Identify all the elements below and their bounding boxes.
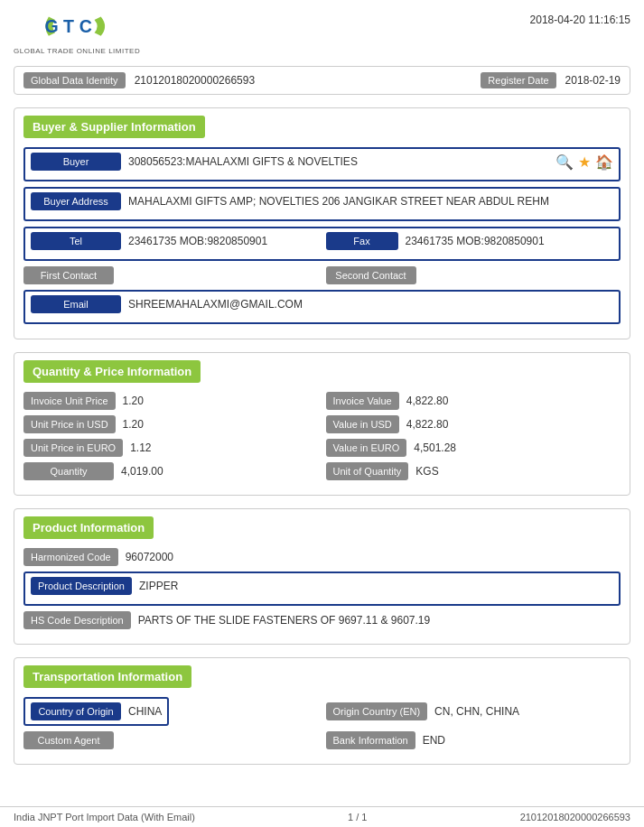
- hs-code-row: HS Code Description PARTS OF THE SLIDE F…: [23, 611, 621, 629]
- invoice-unit-price-value: 1.20: [123, 395, 319, 407]
- page-header: G T C GLOBAL TRADE ONLINE LIMITED 2018-0…: [14, 9, 630, 55]
- unit-price-euro-pair: Unit Price in EURO 1.12: [23, 439, 319, 457]
- origin-row: Country of Origin CHINA Origin Country (…: [23, 697, 621, 726]
- tel-fax-row: Tel 23461735 MOB:9820850901 Fax 23461735…: [31, 232, 613, 250]
- product-description-row: Product Description ZIPPER: [31, 577, 613, 595]
- buyer-supplier-section: Buyer & Supplier Information Buyer 30805…: [14, 107, 630, 339]
- footer-center: 1 / 1: [348, 812, 367, 822]
- country-of-origin-pair: Country of Origin CHINA: [23, 697, 319, 726]
- custom-agent-label: Custom Agent: [23, 731, 114, 749]
- global-data-label: Global Data Identity: [23, 72, 126, 88]
- invoice-value-value: 4,822.80: [406, 395, 621, 407]
- email-row: Email SHREEMAHALAXMI@GMAIL.COM: [31, 295, 613, 313]
- unit-price-euro-label: Unit Price in EURO: [23, 439, 123, 457]
- quantity-pair: Quantity 4,019.00: [23, 462, 319, 480]
- origin-country-en-value: CN, CHN, CHINA: [434, 705, 621, 718]
- datetime: 2018-04-20 11:16:15: [530, 9, 630, 26]
- product-description-block: Product Description ZIPPER: [23, 571, 621, 606]
- email-value: SHREEMAHALAXMI@GMAIL.COM: [128, 298, 613, 311]
- buyer-label: Buyer: [31, 153, 121, 171]
- tel-pair: Tel 23461735 MOB:9820850901: [31, 232, 319, 250]
- buyer-value: 308056523:MAHALAXMI GIFTS & NOVELTIES: [128, 155, 548, 168]
- harmonized-code-label: Harmonized Code: [23, 548, 118, 566]
- logo-tagline: GLOBAL TRADE ONLINE LIMITED: [14, 47, 140, 55]
- buyer-supplier-title: Buyer & Supplier Information: [23, 116, 205, 138]
- buyer-row: Buyer 308056523:MAHALAXMI GIFTS & NOVELT…: [31, 153, 613, 171]
- product-info-section: Product Information Harmonized Code 9607…: [14, 508, 630, 645]
- euro-row: Unit Price in EURO 1.12 Value in EURO 4,…: [23, 439, 621, 457]
- agent-bank-row: Custom Agent Bank Information END: [23, 731, 621, 749]
- value-euro-label: Value in EURO: [326, 439, 407, 457]
- harmonized-code-row: Harmonized Code 96072000: [23, 548, 621, 566]
- fax-pair: Fax 23461735 MOB:9820850901: [326, 232, 614, 250]
- buyer-address-block: Buyer Address MAHALAXMI GIFTS AMP; NOVEL…: [23, 187, 621, 221]
- register-date-value: 2018-02-19: [565, 74, 621, 87]
- origin-country-en-label: Origin Country (EN): [326, 702, 428, 720]
- page-footer: India JNPT Port Import Data (With Email)…: [0, 806, 644, 827]
- product-description-label: Product Description: [31, 577, 132, 595]
- quantity-price-section: Quantity & Price Information Invoice Uni…: [14, 352, 630, 496]
- svg-text:T: T: [63, 16, 74, 36]
- first-contact-pair: First Contact: [23, 266, 319, 284]
- footer-left: India JNPT Port Import Data (With Email): [14, 812, 195, 822]
- invoice-unit-pair: Invoice Unit Price 1.20: [23, 392, 319, 410]
- value-usd-pair: Value in USD 4,822.80: [326, 415, 621, 433]
- unit-of-quantity-label: Unit of Quantity: [326, 462, 409, 480]
- tel-value: 23461735 MOB:9820850901: [128, 235, 319, 247]
- transportation-title: Transportation Information: [23, 665, 191, 688]
- svg-text:C: C: [79, 16, 92, 36]
- bank-information-value: END: [423, 734, 621, 747]
- quantity-row: Quantity 4,019.00 Unit of Quantity KGS: [23, 462, 621, 480]
- quantity-price-title: Quantity & Price Information: [23, 360, 201, 383]
- country-of-origin-label: Country of Origin: [31, 702, 121, 720]
- value-euro-value: 4,501.28: [414, 441, 621, 454]
- unit-price-usd-pair: Unit Price in USD 1.20: [23, 415, 319, 433]
- custom-agent-pair: Custom Agent: [23, 731, 319, 749]
- unit-price-usd-label: Unit Price in USD: [23, 415, 116, 433]
- country-of-origin-block: Country of Origin CHINA: [23, 697, 169, 726]
- email-label: Email: [31, 295, 121, 313]
- home-icon[interactable]: 🏠: [595, 153, 613, 171]
- value-euro-pair: Value in EURO 4,501.28: [326, 439, 621, 457]
- svg-text:G: G: [45, 16, 59, 36]
- buyer-icons: 🔍 ★ 🏠: [555, 153, 613, 171]
- value-usd-label: Value in USD: [326, 415, 399, 433]
- invoice-unit-price-label: Invoice Unit Price: [23, 392, 116, 410]
- origin-country-en-pair: Origin Country (EN) CN, CHN, CHINA: [326, 702, 621, 720]
- second-contact-pair: Second Contact: [326, 266, 621, 284]
- tel-label: Tel: [31, 232, 121, 250]
- quantity-label: Quantity: [23, 462, 114, 480]
- contact-row: First Contact Second Contact: [23, 266, 621, 284]
- invoice-value-label: Invoice Value: [326, 392, 399, 410]
- buyer-address-value: MAHALAXMI GIFTS AMP; NOVELTIES 206 JANGI…: [128, 195, 613, 208]
- invoice-value-pair: Invoice Value 4,822.80: [326, 392, 621, 410]
- tel-fax-block: Tel 23461735 MOB:9820850901 Fax 23461735…: [23, 227, 621, 261]
- unit-of-quantity-value: KGS: [415, 465, 621, 478]
- bank-information-pair: Bank Information END: [326, 731, 621, 749]
- product-description-value: ZIPPER: [139, 580, 613, 592]
- register-date-label: Register Date: [481, 72, 555, 88]
- invoice-row: Invoice Unit Price 1.20 Invoice Value 4,…: [23, 392, 621, 410]
- value-usd-value: 4,822.80: [406, 418, 621, 431]
- bank-information-label: Bank Information: [326, 731, 415, 749]
- harmonized-code-value: 96072000: [126, 551, 621, 563]
- global-data-row: Global Data Identity 2101201802000026659…: [14, 66, 630, 95]
- buyer-address-row: Buyer Address MAHALAXMI GIFTS AMP; NOVEL…: [31, 192, 613, 210]
- fax-label: Fax: [326, 232, 398, 250]
- quantity-value: 4,019.00: [121, 465, 319, 478]
- second-contact-label: Second Contact: [326, 266, 416, 284]
- product-info-title: Product Information: [23, 516, 154, 539]
- hs-code-value: PARTS OF THE SLIDE FASTENERS OF 9697.11 …: [138, 614, 621, 627]
- unit-of-quantity-pair: Unit of Quantity KGS: [326, 462, 621, 480]
- transportation-section: Transportation Information Country of Or…: [14, 657, 630, 765]
- buyer-block: Buyer 308056523:MAHALAXMI GIFTS & NOVELT…: [23, 147, 621, 181]
- hs-code-label: HS Code Description: [23, 611, 131, 629]
- first-contact-label: First Contact: [23, 266, 114, 284]
- fax-value: 23461735 MOB:9820850901: [406, 235, 614, 247]
- unit-price-usd-value: 1.20: [123, 418, 319, 431]
- country-of-origin-value: CHINA: [128, 705, 162, 718]
- logo-svg: G T C: [41, 9, 113, 45]
- email-block: Email SHREEMAHALAXMI@GMAIL.COM: [23, 290, 621, 324]
- search-icon[interactable]: 🔍: [555, 153, 574, 171]
- star-icon[interactable]: ★: [578, 153, 591, 171]
